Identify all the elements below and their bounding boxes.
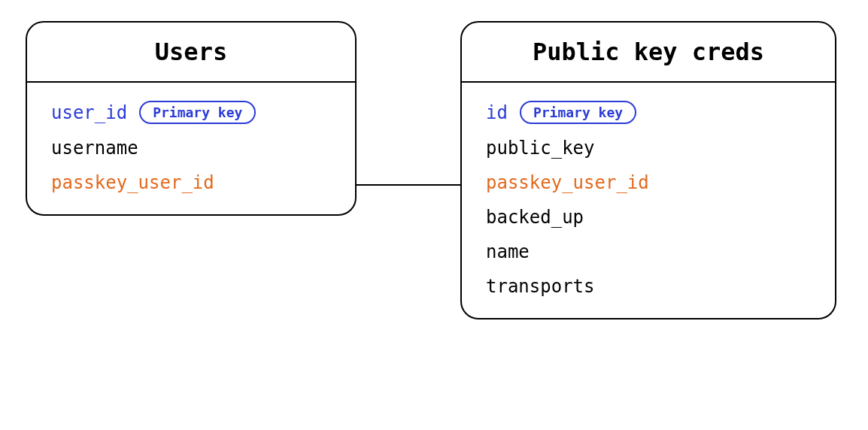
entity-body-users: user_id Primary key username passkey_use… (27, 83, 355, 214)
primary-key-badge: Primary key (139, 101, 256, 124)
entity-title-creds: Public key creds (462, 38, 835, 66)
field-name-user-id: user_id (51, 102, 127, 123)
field-name-transports: transports (486, 276, 595, 297)
er-diagram: Users user_id Primary key username passk… (0, 0, 868, 430)
entity-header-creds: Public key creds (462, 23, 835, 83)
field-passkey-user-id-users: passkey_user_id (51, 172, 331, 193)
field-name-public-key: public_key (486, 138, 595, 159)
field-name-backed-up: backed_up (486, 207, 584, 228)
field-name-passkey-user-id-creds: passkey_user_id (486, 172, 649, 193)
field-public-key: public_key (486, 138, 811, 159)
field-name-field: name (486, 241, 811, 262)
field-transports: transports (486, 276, 811, 297)
primary-key-badge: Primary key (520, 101, 636, 124)
field-name-username: username (51, 138, 138, 159)
entity-title-users: Users (27, 38, 355, 66)
field-name-name: name (486, 241, 530, 262)
entity-public-key-creds: Public key creds id Primary key public_k… (460, 21, 836, 319)
field-backed-up: backed_up (486, 207, 811, 228)
relationship-connector (357, 184, 460, 186)
entity-users: Users user_id Primary key username passk… (26, 21, 357, 216)
field-name-id: id (486, 102, 508, 123)
field-id: id Primary key (486, 101, 811, 124)
field-user-id: user_id Primary key (51, 101, 331, 124)
entity-header-users: Users (27, 23, 355, 83)
field-name-passkey-user-id-users: passkey_user_id (51, 172, 214, 193)
entity-body-creds: id Primary key public_key passkey_user_i… (462, 83, 835, 318)
field-username: username (51, 138, 331, 159)
field-passkey-user-id-creds: passkey_user_id (486, 172, 811, 193)
